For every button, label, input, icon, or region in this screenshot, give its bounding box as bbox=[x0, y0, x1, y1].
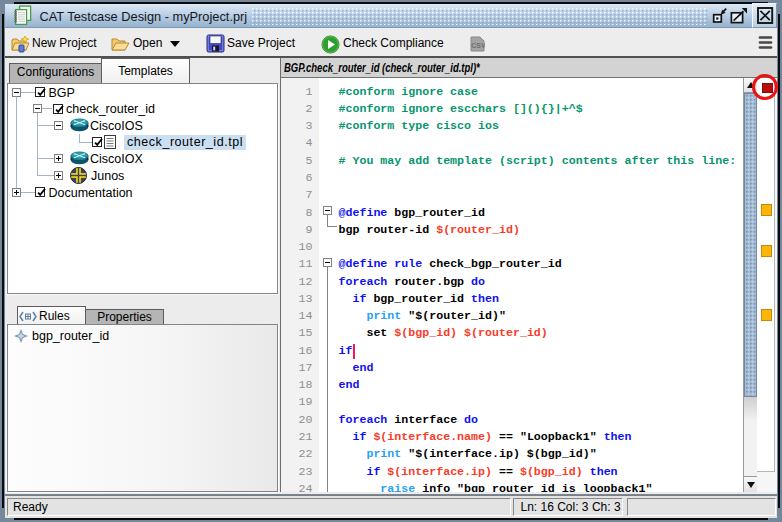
svg-text:CSV: CSV bbox=[471, 42, 485, 49]
